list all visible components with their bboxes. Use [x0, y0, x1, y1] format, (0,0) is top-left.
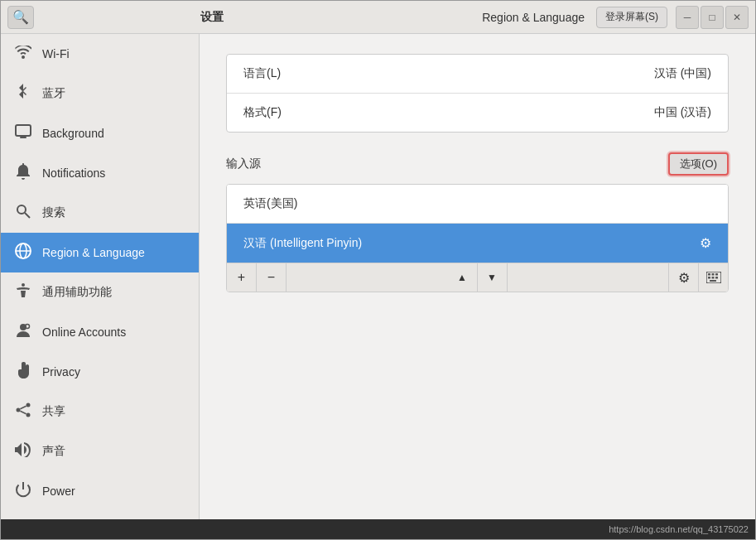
monitor-icon	[14, 124, 32, 142]
toolbar-left: + −	[227, 263, 287, 292]
svg-rect-21	[715, 277, 718, 279]
input-gear-icon[interactable]: ⚙	[700, 235, 711, 251]
options-button[interactable]: 选项(O)	[668, 152, 729, 176]
move-up-button[interactable]: ▲	[448, 263, 478, 292]
svg-rect-0	[16, 125, 31, 136]
svg-line-14	[20, 411, 26, 413]
svg-rect-20	[711, 277, 714, 279]
sidebar-item-background[interactable]: Background	[1, 113, 199, 153]
window-controls: ─ □ ✕	[676, 6, 749, 29]
keyboard-layout-button[interactable]	[698, 263, 728, 292]
language-row[interactable]: 语言(L) 汉语 (中国)	[227, 55, 728, 93]
sound-label: 声音	[42, 444, 65, 459]
toolbar-arrows: ▲ ▼	[448, 263, 508, 292]
format-label: 格式(F)	[243, 105, 282, 120]
chinese-label: 汉语 (Intelligent Pinyin)	[243, 236, 362, 251]
input-sources-label: 输入源	[226, 157, 261, 171]
sidebar-item-online-accounts[interactable]: Online Accounts	[1, 312, 199, 352]
language-label: 语言(L)	[243, 66, 281, 81]
language-value: 汉语 (中国)	[654, 66, 711, 81]
svg-rect-19	[708, 277, 710, 279]
statusbar: https://blog.csdn.net/qq_43175022	[1, 519, 755, 539]
sidebar-item-notifications[interactable]: Notifications	[1, 153, 199, 193]
wifi-label: Wi-Fi	[42, 47, 70, 60]
input-item-english[interactable]: 英语(美国)	[227, 185, 728, 223]
svg-line-3	[25, 213, 30, 218]
svg-rect-18	[715, 273, 718, 276]
input-list: 英语(美国) 汉语 (Intelligent Pinyin) ⚙ + − ▲ ▼	[226, 184, 729, 292]
sidebar-item-bluetooth[interactable]: 蓝牙	[1, 74, 199, 113]
svg-point-11	[17, 408, 21, 412]
sidebar-item-sound[interactable]: 声音	[1, 432, 199, 471]
toolbar-right: ⚙	[668, 263, 728, 292]
svg-rect-17	[711, 273, 714, 276]
search-label: 搜索	[42, 205, 65, 220]
svg-rect-16	[708, 273, 710, 276]
svg-line-13	[20, 406, 26, 408]
svg-rect-22	[710, 280, 716, 282]
share-icon	[14, 403, 32, 421]
remove-input-button[interactable]: −	[257, 263, 287, 292]
input-settings-button[interactable]: ⚙	[668, 263, 698, 292]
background-label: Background	[42, 127, 104, 140]
list-toolbar: + − ▲ ▼ ⚙	[227, 263, 728, 292]
statusbar-url: https://blog.csdn.net/qq_43175022	[609, 524, 749, 534]
add-input-button[interactable]: +	[227, 263, 257, 292]
svg-rect-1	[20, 137, 26, 138]
sidebar-item-privacy[interactable]: Privacy	[1, 352, 199, 392]
region-label: Region & Language	[42, 246, 145, 259]
svg-point-2	[17, 205, 26, 214]
english-label: 英语(美国)	[243, 196, 297, 211]
close-button[interactable]: ✕	[725, 6, 749, 29]
login-screen-button[interactable]: 登录屏幕(S)	[596, 7, 667, 28]
minimize-button[interactable]: ─	[676, 6, 699, 29]
content-area: 语言(L) 汉语 (中国) 格式(F) 中国 (汉语) 输入源 选项(O) 英语…	[200, 34, 755, 519]
titlebar-right: Region & Language 登录屏幕(S) ─ □ ✕	[482, 6, 749, 29]
bluetooth-label: 蓝牙	[42, 86, 65, 101]
power-icon	[14, 481, 32, 501]
sidebar-item-region[interactable]: Region & Language	[1, 233, 199, 272]
svg-point-12	[26, 413, 31, 417]
svg-point-7	[22, 283, 25, 287]
app-title: 设置	[0, 10, 482, 25]
sidebar-item-search[interactable]: 搜索	[1, 193, 199, 233]
titlebar: 🔍 设置 Region & Language 登录屏幕(S) ─ □ ✕	[1, 1, 755, 34]
privacy-label: Privacy	[42, 365, 80, 378]
wifi-icon	[14, 46, 32, 62]
sidebar-item-wifi[interactable]: Wi-Fi	[1, 34, 199, 74]
globe-icon	[14, 243, 32, 263]
bluetooth-icon	[14, 84, 32, 104]
settings-window: 🔍 设置 Region & Language 登录屏幕(S) ─ □ ✕ Wi-…	[0, 0, 756, 540]
power-label: Power	[42, 485, 75, 498]
accessibility-icon	[14, 282, 32, 302]
page-title: Region & Language	[482, 11, 585, 24]
hand-icon	[14, 362, 32, 382]
online-accounts-label: Online Accounts	[42, 325, 126, 339]
language-format-box: 语言(L) 汉语 (中国) 格式(F) 中国 (汉语)	[226, 54, 729, 133]
svg-point-10	[26, 403, 31, 407]
sidebar-item-share[interactable]: 共享	[1, 392, 199, 432]
svg-point-9	[26, 325, 30, 329]
notifications-label: Notifications	[42, 166, 105, 180]
format-row[interactable]: 格式(F) 中国 (汉语)	[227, 93, 728, 132]
format-value: 中国 (汉语)	[654, 105, 711, 120]
move-down-button[interactable]: ▼	[478, 263, 508, 292]
bell-icon	[14, 163, 32, 183]
accessibility-label: 通用辅助功能	[42, 285, 112, 300]
accounts-icon	[14, 322, 32, 342]
search-sidebar-icon	[14, 204, 32, 222]
share-label: 共享	[42, 404, 65, 419]
sidebar: Wi-Fi 蓝牙 Background	[1, 34, 200, 519]
input-item-chinese[interactable]: 汉语 (Intelligent Pinyin) ⚙	[227, 223, 728, 263]
maximize-button[interactable]: □	[701, 6, 724, 29]
main-content: Wi-Fi 蓝牙 Background	[1, 34, 755, 519]
sidebar-item-power[interactable]: Power	[1, 471, 199, 511]
sidebar-item-accessibility[interactable]: 通用辅助功能	[1, 272, 199, 312]
sound-icon	[14, 442, 32, 460]
input-sources-header: 输入源 选项(O)	[226, 152, 729, 176]
